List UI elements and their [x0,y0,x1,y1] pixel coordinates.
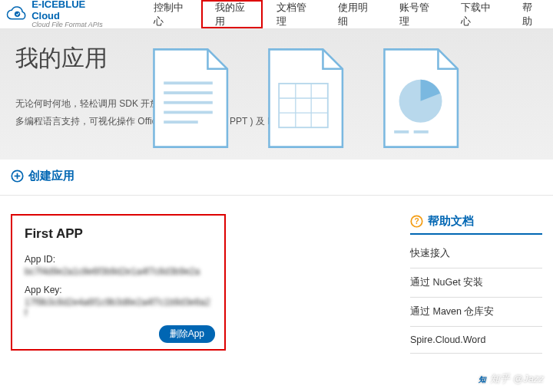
svg-rect-4 [164,111,213,114]
nav-item-docs[interactable]: 文档管理 [263,0,324,28]
help-title: 帮助文档 [428,214,474,229]
logo[interactable]: E-ICEBLUE Cloud Cloud File Format APIs [0,0,117,29]
plus-circle-icon [11,170,24,183]
watermark-text: 知乎 @Jazz [490,373,544,384]
nav-item-help[interactable]: 帮助 [508,0,553,28]
question-circle-icon: ? [410,215,423,228]
help-column: ? 帮助文档 快速接入 通过 NuGet 安装 通过 Maven 仓库安 Spi… [410,214,542,354]
logo-subtitle: Cloud File Format APIs [31,21,109,29]
document-icon [369,44,469,152]
document-icon [138,44,238,152]
main-content: First APP App ID: bc7f4d9e2a1c8e6f3b9d2e… [0,196,553,372]
svg-rect-2 [164,91,213,94]
help-item-quickstart[interactable]: 快速接入 [410,239,542,268]
svg-point-0 [15,11,20,16]
app-name: First APP [25,226,212,242]
watermark: 知知乎 @Jazz [476,372,544,386]
help-item-maven[interactable]: 通过 Maven 仓库安 [410,298,542,327]
svg-text:?: ? [414,217,419,226]
cloud-logo-icon [6,5,28,25]
nav-item-account[interactable]: 账号管理 [386,0,447,28]
app-id-value: bc7f4d9e2a1c8e6f3b9d2e1a4f7c8d3b9e2a [25,266,212,278]
app-key-label: App Key: [25,285,212,295]
logo-title: E-ICEBLUE Cloud [31,0,109,21]
top-header: E-ICEBLUE Cloud Cloud File Format APIs 控… [0,0,553,29]
nav-item-download[interactable]: 下载中心 [447,0,508,28]
nav-item-control[interactable]: 控制中心 [140,0,201,28]
svg-rect-3 [164,101,213,104]
svg-rect-5 [164,120,198,124]
main-nav: 控制中心 我的应用 文档管理 使用明细 账号管理 下载中心 帮助 [140,0,553,28]
app-id-label: App ID: [25,254,212,265]
banner-illustration [138,44,469,152]
apps-column: First APP App ID: bc7f4d9e2a1c8e6f3b9d2e… [11,214,226,354]
help-item-nuget[interactable]: 通过 NuGet 安装 [410,268,542,298]
create-app-button[interactable]: 创建应用 [11,169,75,183]
svg-rect-13 [414,130,429,133]
svg-rect-1 [164,81,213,84]
zhihu-icon: 知 [476,374,488,385]
help-item-spire-word[interactable]: Spire.Cloud.Word [410,327,542,354]
nav-item-my-apps[interactable]: 我的应用 [201,0,263,28]
svg-text:知: 知 [478,375,487,384]
nav-item-usage[interactable]: 使用明细 [324,0,386,28]
app-key-value: 17f9b3c8d2e4a6f1c9b3d8e2a4f7c1b9d3e8a2f [25,297,212,318]
delete-app-button[interactable]: 删除App [159,325,215,343]
action-bar: 创建应用 [0,160,553,196]
document-icon [253,44,353,152]
app-card: First APP App ID: bc7f4d9e2a1c8e6f3b9d2e… [11,214,226,351]
create-app-label: 创建应用 [28,169,75,183]
svg-rect-12 [394,130,409,133]
help-header: ? 帮助文档 [410,214,542,235]
page-banner: 我的应用 无论何时何地，轻松调用 SDK 开放接口 多编程语言支持，可视化操作 … [0,29,553,160]
